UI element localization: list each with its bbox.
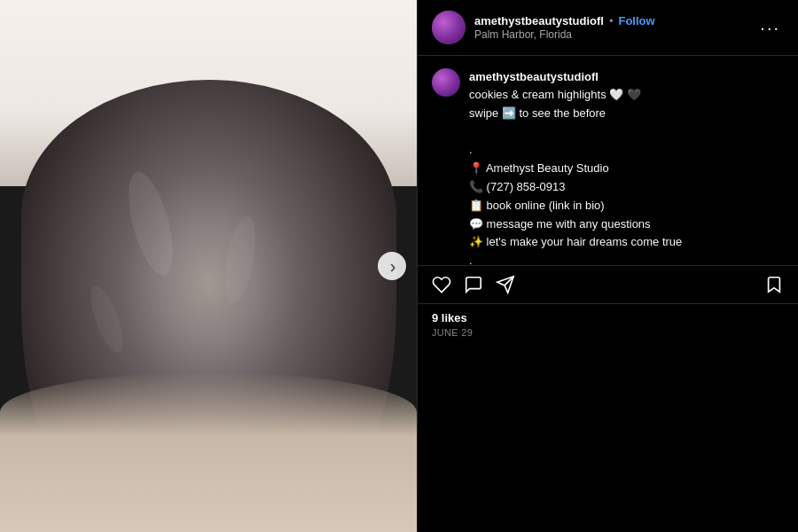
comment-icon bbox=[464, 275, 483, 294]
caption-line-1: cookies & cream highlights 🤍 🖤 bbox=[469, 86, 784, 105]
post-location: Palm Harbor, Florida bbox=[474, 28, 756, 41]
caption-text: cookies & cream highlights 🤍 🖤 swipe ➡️ … bbox=[469, 86, 784, 266]
post-image-panel bbox=[0, 0, 417, 532]
next-image-button[interactable] bbox=[378, 252, 406, 280]
heart-icon bbox=[432, 275, 451, 294]
caption-phone: 📞 (727) 858-0913 bbox=[469, 178, 784, 197]
shoulder-area bbox=[0, 372, 417, 532]
caption-body: amethystbeautystudiofl cookies & cream h… bbox=[469, 68, 784, 266]
header-info: amethystbeautystudiofl • Follow Palm Har… bbox=[474, 14, 756, 41]
dot-separator: • bbox=[609, 14, 614, 27]
post-meta: 9 likes June 29 bbox=[418, 304, 798, 348]
caption-avatar[interactable] bbox=[432, 68, 460, 97]
actions-bar bbox=[418, 266, 798, 304]
caption-message: 💬 message me with any questions bbox=[469, 215, 784, 234]
more-options-button[interactable]: ··· bbox=[756, 18, 784, 38]
caption-dot-1: . bbox=[469, 141, 784, 160]
post-panel: amethystbeautystudiofl • Follow Palm Har… bbox=[417, 0, 798, 532]
follow-button[interactable]: Follow bbox=[618, 14, 654, 27]
like-button[interactable] bbox=[432, 275, 451, 294]
caption-username[interactable]: amethystbeautystudiofl bbox=[469, 70, 598, 83]
caption-book: 📋 book online (link in bio) bbox=[469, 197, 784, 215]
black-area bbox=[418, 348, 798, 533]
bookmark-icon bbox=[764, 275, 784, 294]
likes-count: 9 likes bbox=[432, 311, 784, 325]
caption-empty-1 bbox=[469, 123, 784, 142]
bookmark-button[interactable] bbox=[764, 275, 784, 294]
share-icon bbox=[496, 275, 515, 294]
caption-dot-2: . bbox=[469, 252, 784, 265]
share-button[interactable] bbox=[496, 275, 515, 294]
caption-line-2: swipe ➡️ to see the before bbox=[469, 105, 784, 123]
caption-business: 📍 Amethyst Beauty Studio bbox=[469, 160, 784, 178]
caption-dreams: ✨ let's make your hair dreams come true bbox=[469, 233, 784, 252]
post-content: amethystbeautystudiofl cookies & cream h… bbox=[418, 56, 798, 266]
caption-header: amethystbeautystudiofl cookies & cream h… bbox=[432, 68, 784, 266]
header-username[interactable]: amethystbeautystudiofl bbox=[474, 14, 604, 27]
post-date: June 29 bbox=[432, 327, 784, 338]
avatar[interactable] bbox=[432, 11, 466, 44]
comment-button[interactable] bbox=[464, 275, 483, 294]
username-row: amethystbeautystudiofl • Follow bbox=[474, 14, 756, 27]
post-header: amethystbeautystudiofl • Follow Palm Har… bbox=[418, 0, 798, 56]
